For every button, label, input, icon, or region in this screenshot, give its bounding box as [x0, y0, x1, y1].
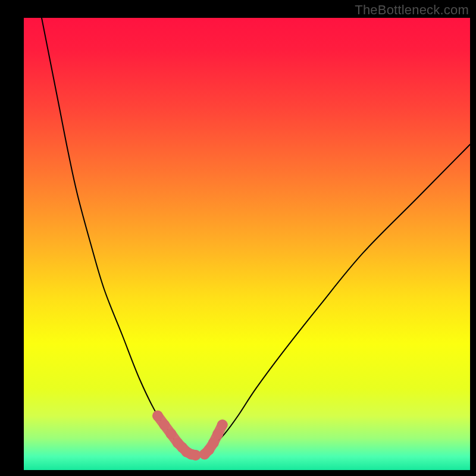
marker-dot [217, 419, 228, 430]
watermark-text: TheBottleneck.com [355, 2, 469, 18]
marker-dot [166, 428, 177, 439]
chart-frame: TheBottleneck.com [0, 0, 476, 476]
bottleneck-chart-svg [24, 18, 470, 470]
marker-dot [159, 419, 170, 430]
plot-area [24, 18, 470, 470]
marker-dot [152, 411, 163, 421]
